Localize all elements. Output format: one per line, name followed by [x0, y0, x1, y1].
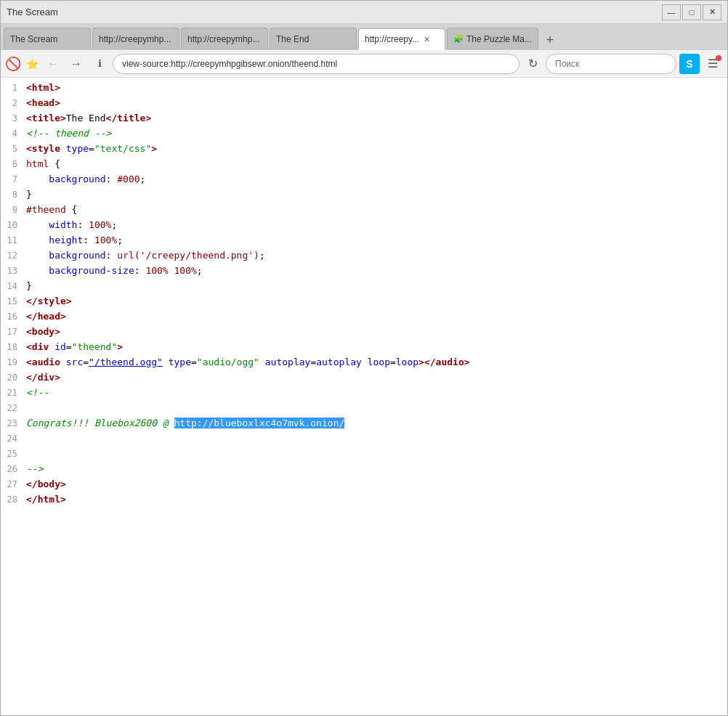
- tab-label: http://creepy...: [365, 34, 419, 44]
- tab-creepy-1[interactable]: http://creepymhp...: [92, 28, 179, 49]
- menu-badge: [716, 55, 721, 61]
- tab-label: The Scream: [10, 34, 57, 44]
- source-line: 6 html {: [1, 157, 727, 172]
- nav-bar: 🚫 ⭐ ← → ℹ ↻ S ☰: [1, 50, 727, 78]
- title-bar: The Scream — □ ✕: [1, 1, 727, 24]
- source-line: 15 </style>: [1, 294, 727, 309]
- source-line: 1 <html>: [1, 81, 727, 96]
- tab-label: The End: [276, 34, 309, 44]
- source-line: 11 height: 100%;: [1, 233, 727, 248]
- source-line: 22: [1, 401, 727, 416]
- browser-title: The Scream: [7, 7, 58, 17]
- source-line: 21 <!--: [1, 386, 727, 401]
- source-line: 5 <style type="text/css">: [1, 142, 727, 157]
- tab-close-icon[interactable]: ✕: [424, 35, 430, 44]
- source-line: 27 </body>: [1, 477, 727, 492]
- source-line: 8 }: [1, 187, 727, 203]
- forward-button[interactable]: →: [66, 54, 86, 74]
- source-line: 7 background: #000;: [1, 172, 727, 187]
- puzzle-icon: 🧩: [453, 34, 464, 44]
- star-icon: ⭐: [24, 56, 40, 72]
- info-button[interactable]: ℹ: [89, 54, 110, 74]
- close-button[interactable]: ✕: [703, 4, 721, 20]
- browser-window: The Scream — □ ✕ The Scream http://creep…: [0, 0, 728, 716]
- tab-the-scream[interactable]: The Scream: [4, 28, 91, 49]
- source-line: 14 }: [1, 279, 727, 294]
- address-bar[interactable]: [113, 54, 519, 74]
- tab-label: The Puzzle Ma...: [466, 34, 532, 44]
- source-line: 12 background: url('/creepy/theend.png')…: [1, 248, 727, 264]
- new-tab-button[interactable]: +: [540, 30, 560, 49]
- source-line: 2 <head>: [1, 96, 727, 111]
- source-line: 10 width: 100%;: [1, 218, 727, 233]
- back-button[interactable]: ←: [43, 54, 63, 74]
- no-entry-icon: 🚫: [5, 56, 21, 72]
- source-view: 1 <html> 2 <head> 3 <title>The End</titl…: [1, 78, 727, 510]
- search-box[interactable]: [546, 54, 676, 74]
- tab-creepy-active[interactable]: http://creepy... ✕: [358, 28, 445, 50]
- source-line-congrats: 23 Congrats!!! Bluebox2600 @ http://blue…: [1, 416, 727, 431]
- highlighted-link[interactable]: http://blueboxlxc4o7mvk.onion/: [174, 418, 345, 428]
- source-line: 9 #theend {: [1, 203, 727, 218]
- source-line: 28 </html>: [1, 492, 727, 508]
- source-line: 4 <!-- theend -->: [1, 126, 727, 142]
- tab-creepy-2[interactable]: http://creepymhp...: [181, 28, 268, 49]
- source-line: 20 </div>: [1, 370, 727, 386]
- refresh-button[interactable]: ↻: [522, 54, 543, 74]
- source-line: 13 background-size: 100% 100%;: [1, 264, 727, 279]
- source-line: 17 <body>: [1, 325, 727, 340]
- tab-the-end[interactable]: The End: [270, 28, 357, 49]
- source-line: 19 <audio src="/theend.ogg" type="audio/…: [1, 355, 727, 370]
- source-line: 25: [1, 447, 727, 462]
- tab-label: http://creepymhp...: [187, 34, 259, 44]
- source-line: 18 <div id="theend">: [1, 340, 727, 355]
- source-line: 3 <title>The End</title>: [1, 111, 727, 126]
- tab-puzzle[interactable]: 🧩 The Puzzle Ma...: [447, 28, 538, 49]
- source-line: 26 -->: [1, 462, 727, 477]
- window-controls: — □ ✕: [662, 4, 721, 20]
- minimize-button[interactable]: —: [662, 4, 681, 20]
- menu-button[interactable]: ☰: [703, 54, 723, 74]
- skype-icon[interactable]: S: [679, 54, 700, 74]
- maximize-button[interactable]: □: [682, 4, 701, 20]
- tab-bar: The Scream http://creepymhp... http://cr…: [1, 24, 727, 50]
- source-line: 16 </head>: [1, 309, 727, 325]
- source-line: 24: [1, 431, 727, 447]
- tab-label: http://creepymhp...: [99, 34, 171, 44]
- title-bar-left: The Scream: [7, 7, 58, 17]
- source-content: 1 <html> 2 <head> 3 <title>The End</titl…: [1, 78, 727, 715]
